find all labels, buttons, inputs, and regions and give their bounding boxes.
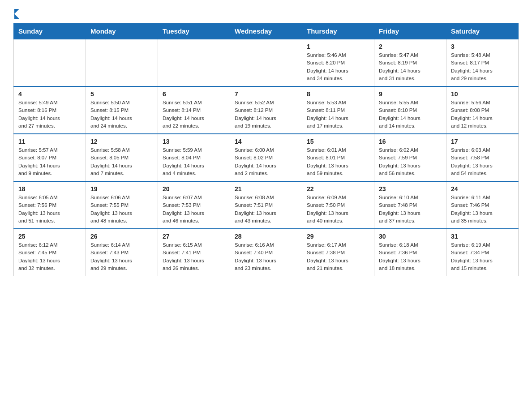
calendar-cell: 14Sunrise: 6:00 AM Sunset: 8:02 PM Dayli…	[230, 134, 302, 181]
calendar-week-row: 1Sunrise: 5:46 AM Sunset: 8:20 PM Daylig…	[14, 39, 519, 86]
page-header	[13, 9, 519, 19]
day-number: 7	[235, 90, 297, 98]
calendar-week-row: 4Sunrise: 5:49 AM Sunset: 8:16 PM Daylig…	[14, 86, 519, 134]
day-info: Sunrise: 6:06 AM Sunset: 7:55 PM Dayligh…	[90, 194, 153, 225]
day-info: Sunrise: 6:11 AM Sunset: 7:46 PM Dayligh…	[451, 194, 514, 225]
calendar-cell: 16Sunrise: 6:02 AM Sunset: 7:59 PM Dayli…	[374, 134, 446, 181]
day-number: 20	[163, 185, 225, 193]
calendar-week-row: 25Sunrise: 6:12 AM Sunset: 7:45 PM Dayli…	[14, 229, 519, 276]
calendar-cell: 18Sunrise: 6:05 AM Sunset: 7:56 PM Dayli…	[14, 181, 86, 229]
day-number: 2	[379, 43, 442, 50]
day-info: Sunrise: 5:50 AM Sunset: 8:15 PM Dayligh…	[90, 99, 153, 130]
day-number: 5	[90, 90, 153, 98]
day-info: Sunrise: 6:05 AM Sunset: 7:56 PM Dayligh…	[18, 194, 81, 225]
calendar-table: SundayMondayTuesdayWednesdayThursdayFrid…	[13, 23, 519, 276]
day-number: 29	[307, 233, 369, 240]
day-of-week-header: Monday	[86, 24, 158, 39]
day-info: Sunrise: 5:47 AM Sunset: 8:19 PM Dayligh…	[379, 51, 442, 82]
day-info: Sunrise: 5:48 AM Sunset: 8:17 PM Dayligh…	[451, 51, 514, 82]
day-number: 17	[451, 138, 514, 145]
calendar-cell: 13Sunrise: 5:59 AM Sunset: 8:04 PM Dayli…	[158, 134, 230, 181]
day-info: Sunrise: 6:10 AM Sunset: 7:48 PM Dayligh…	[379, 194, 442, 225]
day-number: 1	[307, 43, 369, 50]
day-info: Sunrise: 5:49 AM Sunset: 8:16 PM Dayligh…	[18, 99, 81, 130]
day-number: 18	[18, 185, 81, 193]
calendar-cell: 4Sunrise: 5:49 AM Sunset: 8:16 PM Daylig…	[14, 86, 86, 134]
day-info: Sunrise: 6:00 AM Sunset: 8:02 PM Dayligh…	[235, 146, 297, 177]
calendar-week-row: 11Sunrise: 5:57 AM Sunset: 8:07 PM Dayli…	[14, 134, 519, 181]
day-number: 8	[307, 90, 369, 98]
calendar-cell: 17Sunrise: 6:03 AM Sunset: 7:58 PM Dayli…	[446, 134, 519, 181]
day-number: 3	[451, 43, 514, 50]
calendar-cell: 26Sunrise: 6:14 AM Sunset: 7:43 PM Dayli…	[86, 229, 158, 276]
day-number: 30	[379, 233, 442, 240]
calendar-cell: 11Sunrise: 5:57 AM Sunset: 8:07 PM Dayli…	[14, 134, 86, 181]
day-info: Sunrise: 5:57 AM Sunset: 8:07 PM Dayligh…	[18, 146, 81, 177]
calendar-cell: 5Sunrise: 5:50 AM Sunset: 8:15 PM Daylig…	[86, 86, 158, 134]
day-info: Sunrise: 6:15 AM Sunset: 7:41 PM Dayligh…	[163, 241, 225, 272]
day-info: Sunrise: 5:59 AM Sunset: 8:04 PM Dayligh…	[163, 146, 225, 177]
calendar-cell: 2Sunrise: 5:47 AM Sunset: 8:19 PM Daylig…	[374, 39, 446, 86]
calendar-cell: 22Sunrise: 6:09 AM Sunset: 7:50 PM Dayli…	[302, 181, 374, 229]
day-of-week-header: Wednesday	[230, 24, 302, 39]
calendar-cell: 20Sunrise: 6:07 AM Sunset: 7:53 PM Dayli…	[158, 181, 230, 229]
day-number: 16	[379, 138, 442, 145]
day-number: 25	[18, 233, 81, 240]
calendar-cell: 6Sunrise: 5:51 AM Sunset: 8:14 PM Daylig…	[158, 86, 230, 134]
day-info: Sunrise: 5:53 AM Sunset: 8:11 PM Dayligh…	[307, 99, 369, 130]
day-number: 31	[451, 233, 514, 240]
day-number: 22	[307, 185, 369, 193]
day-number: 19	[90, 185, 153, 193]
day-info: Sunrise: 6:02 AM Sunset: 7:59 PM Dayligh…	[379, 146, 442, 177]
day-of-week-header: Thursday	[302, 24, 374, 39]
day-number: 24	[451, 185, 514, 193]
calendar-cell: 15Sunrise: 6:01 AM Sunset: 8:01 PM Dayli…	[302, 134, 374, 181]
day-info: Sunrise: 5:58 AM Sunset: 8:05 PM Dayligh…	[90, 146, 153, 177]
day-number: 11	[18, 138, 81, 145]
day-info: Sunrise: 5:55 AM Sunset: 8:10 PM Dayligh…	[379, 99, 442, 130]
day-number: 14	[235, 138, 297, 145]
calendar-cell	[14, 39, 86, 86]
calendar-cell: 12Sunrise: 5:58 AM Sunset: 8:05 PM Dayli…	[86, 134, 158, 181]
calendar-cell: 8Sunrise: 5:53 AM Sunset: 8:11 PM Daylig…	[302, 86, 374, 134]
day-number: 10	[451, 90, 514, 98]
day-info: Sunrise: 6:16 AM Sunset: 7:40 PM Dayligh…	[235, 241, 297, 272]
calendar-cell: 24Sunrise: 6:11 AM Sunset: 7:46 PM Dayli…	[446, 181, 519, 229]
day-of-week-header: Friday	[374, 24, 446, 39]
calendar-cell: 28Sunrise: 6:16 AM Sunset: 7:40 PM Dayli…	[230, 229, 302, 276]
day-info: Sunrise: 5:56 AM Sunset: 8:08 PM Dayligh…	[451, 99, 514, 130]
calendar-cell	[230, 39, 302, 86]
calendar-cell: 19Sunrise: 6:06 AM Sunset: 7:55 PM Dayli…	[86, 181, 158, 229]
day-number: 6	[163, 90, 225, 98]
day-of-week-header: Sunday	[14, 24, 86, 39]
day-info: Sunrise: 5:51 AM Sunset: 8:14 PM Dayligh…	[163, 99, 225, 130]
day-info: Sunrise: 6:09 AM Sunset: 7:50 PM Dayligh…	[307, 194, 369, 225]
day-number: 28	[235, 233, 297, 240]
day-number: 9	[379, 90, 442, 98]
day-number: 13	[163, 138, 225, 145]
day-number: 27	[163, 233, 225, 240]
calendar-week-row: 18Sunrise: 6:05 AM Sunset: 7:56 PM Dayli…	[14, 181, 519, 229]
calendar-cell: 29Sunrise: 6:17 AM Sunset: 7:38 PM Dayli…	[302, 229, 374, 276]
calendar-cell: 31Sunrise: 6:19 AM Sunset: 7:34 PM Dayli…	[446, 229, 519, 276]
calendar-cell: 21Sunrise: 6:08 AM Sunset: 7:51 PM Dayli…	[230, 181, 302, 229]
calendar-cell	[86, 39, 158, 86]
day-of-week-header: Tuesday	[158, 24, 230, 39]
day-info: Sunrise: 6:17 AM Sunset: 7:38 PM Dayligh…	[307, 241, 369, 272]
day-info: Sunrise: 6:01 AM Sunset: 8:01 PM Dayligh…	[307, 146, 369, 177]
calendar-header-row: SundayMondayTuesdayWednesdayThursdayFrid…	[14, 24, 519, 39]
day-info: Sunrise: 6:12 AM Sunset: 7:45 PM Dayligh…	[18, 241, 81, 272]
calendar-cell: 9Sunrise: 5:55 AM Sunset: 8:10 PM Daylig…	[374, 86, 446, 134]
calendar-cell: 30Sunrise: 6:18 AM Sunset: 7:36 PM Dayli…	[374, 229, 446, 276]
calendar-cell: 1Sunrise: 5:46 AM Sunset: 8:20 PM Daylig…	[302, 39, 374, 86]
calendar-cell: 10Sunrise: 5:56 AM Sunset: 8:08 PM Dayli…	[446, 86, 519, 134]
calendar-cell	[158, 39, 230, 86]
day-info: Sunrise: 6:14 AM Sunset: 7:43 PM Dayligh…	[90, 241, 153, 272]
day-info: Sunrise: 5:46 AM Sunset: 8:20 PM Dayligh…	[307, 51, 369, 82]
calendar-cell: 7Sunrise: 5:52 AM Sunset: 8:12 PM Daylig…	[230, 86, 302, 134]
day-info: Sunrise: 6:03 AM Sunset: 7:58 PM Dayligh…	[451, 146, 514, 177]
calendar-cell: 3Sunrise: 5:48 AM Sunset: 8:17 PM Daylig…	[446, 39, 519, 86]
day-info: Sunrise: 6:19 AM Sunset: 7:34 PM Dayligh…	[451, 241, 514, 272]
day-info: Sunrise: 5:52 AM Sunset: 8:12 PM Dayligh…	[235, 99, 297, 130]
day-info: Sunrise: 6:08 AM Sunset: 7:51 PM Dayligh…	[235, 194, 297, 225]
